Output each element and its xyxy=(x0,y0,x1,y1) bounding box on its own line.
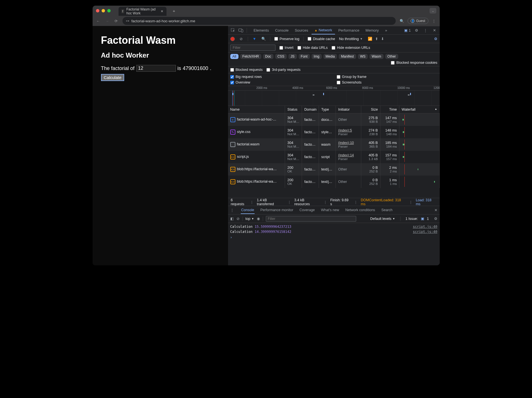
context-select[interactable]: top ▼ xyxy=(246,217,254,221)
export-har-icon[interactable]: ⬇ xyxy=(381,37,384,41)
disable-cache-checkbox[interactable]: Disable cache xyxy=(308,37,335,41)
type-pill-fetchxhr[interactable]: Fetch/XHR xyxy=(240,54,261,59)
drawer-tab-what's-new[interactable]: What's new xyxy=(320,207,340,214)
type-pill-css[interactable]: CSS xyxy=(275,54,287,59)
zoom-icon[interactable]: 🔍 xyxy=(399,18,405,24)
minimize-window-button[interactable] xyxy=(102,9,105,12)
more-tabs-icon[interactable]: » xyxy=(383,27,389,34)
drawer-tab-network-conditions[interactable]: Network conditions xyxy=(345,207,376,214)
devtools-tab-performance[interactable]: Performance xyxy=(336,26,362,34)
type-pill-other[interactable]: Other xyxy=(385,54,398,59)
blocked-requests-checkbox[interactable]: Blocked requests xyxy=(230,68,263,72)
console-filter-input[interactable] xyxy=(266,216,356,222)
import-har-icon[interactable]: ⬆ xyxy=(375,37,378,41)
factorial-input[interactable] xyxy=(136,65,176,72)
devtools-close-icon[interactable]: ✕ xyxy=(431,27,438,34)
maximize-window-button[interactable] xyxy=(107,9,111,12)
column-header-status[interactable]: Status xyxy=(285,106,302,113)
log-source-link[interactable]: script.js:40 xyxy=(413,230,437,234)
third-party-checkbox[interactable]: 3rd-party requests xyxy=(266,68,300,72)
browser-tab[interactable]: f Factorial Wasm (ad hoc Work ✕ xyxy=(119,7,167,16)
column-header-time[interactable]: Time xyxy=(380,106,399,113)
type-pill-all[interactable]: All xyxy=(230,54,238,59)
search-icon[interactable]: 🔍 xyxy=(261,37,266,41)
big-rows-checkbox[interactable]: Big request rows xyxy=(230,75,331,79)
forward-button[interactable]: → xyxy=(104,18,110,24)
invert-checkbox[interactable]: Invert xyxy=(279,46,294,50)
column-header-waterfall[interactable]: Waterfall ▲ xyxy=(399,106,439,113)
devtools-menu-icon[interactable]: ⋮ xyxy=(422,27,429,34)
devtools-tab-console[interactable]: Console xyxy=(272,26,292,34)
group-by-frame-checkbox[interactable]: Group by frame xyxy=(337,75,437,79)
record-button[interactable] xyxy=(230,37,235,41)
console-settings-icon[interactable]: ⚙ xyxy=(434,217,437,221)
devtools-tab-network[interactable]: ▲ Network xyxy=(312,26,335,34)
network-filter-input[interactable] xyxy=(230,45,275,51)
sidebar-toggle-icon[interactable]: ◧ xyxy=(230,217,234,221)
devtools-settings-icon[interactable]: ⚙ xyxy=(413,27,420,34)
type-pill-ws[interactable]: WS xyxy=(358,54,368,59)
prefix-text: The factorial of xyxy=(101,65,135,71)
issue-icon[interactable]: ▣ xyxy=(421,217,424,221)
column-header-domain[interactable]: Domain xyxy=(302,106,319,113)
network-conditions-icon[interactable]: 📶 xyxy=(368,37,372,41)
new-tab-button[interactable]: + xyxy=(170,7,178,14)
type-pill-doc[interactable]: Doc xyxy=(263,54,273,59)
network-row[interactable]: ⬚factorial.wasm304Not M…factori…wasm(ind… xyxy=(228,138,440,151)
drawer-tab-console[interactable]: Console xyxy=(241,207,255,214)
type-pill-media[interactable]: Media xyxy=(323,54,337,59)
devtools-tab-memory[interactable]: Memory xyxy=(363,26,382,34)
calculate-button[interactable]: Calculate xyxy=(101,74,124,81)
drawer-tab-coverage[interactable]: Coverage xyxy=(299,207,315,214)
reload-button[interactable]: ⟳ xyxy=(113,18,119,24)
preserve-log-checkbox[interactable]: Preserve log xyxy=(274,37,299,41)
device-toolbar-icon[interactable] xyxy=(238,27,244,34)
throttling-select[interactable]: No throttling▼ xyxy=(339,37,363,41)
profile-button[interactable]: 👤 Guest xyxy=(408,18,428,24)
type-pill-manifest[interactable]: Manifest xyxy=(339,54,356,59)
screenshots-checkbox[interactable]: Screenshots xyxy=(337,80,437,84)
network-row[interactable]: ✎style.css304Not M…factori…styles…(index… xyxy=(228,126,440,138)
type-pill-font[interactable]: Font xyxy=(299,54,310,59)
column-header-name[interactable]: Name xyxy=(228,106,285,113)
hide-ext-urls-checkbox[interactable]: Hide extension URLs xyxy=(332,46,370,50)
type-pill-img[interactable]: Img xyxy=(312,54,322,59)
column-header-initiator[interactable]: Initiator xyxy=(336,106,361,113)
close-tab-icon[interactable]: ✕ xyxy=(161,9,163,13)
clear-console-icon[interactable]: ⊘ xyxy=(237,217,240,221)
live-expression-icon[interactable]: ◉ xyxy=(257,217,260,221)
blocked-cookies-checkbox[interactable]: Blocked response cookies xyxy=(391,61,437,65)
clear-button[interactable]: ⊘ xyxy=(239,37,244,41)
filter-toggle-icon[interactable]: ▼ xyxy=(252,37,257,41)
column-header-size[interactable]: Size xyxy=(361,106,380,113)
column-header-type[interactable]: Type xyxy=(319,106,336,113)
log-source-link[interactable]: script.js:40 xyxy=(413,225,437,229)
issues-indicator[interactable]: ▣ 1 xyxy=(404,28,411,32)
url-box[interactable]: ⊶ factorial-wasm-ad-hoc-worker.glitch.me xyxy=(122,17,396,25)
network-row[interactable]: <>blob:https://factorial-wa…200OKfactori… xyxy=(228,163,440,176)
drawer-tab-performance-monitor[interactable]: Performance monitor xyxy=(260,207,294,214)
network-row[interactable]: ≡factorial-wasm-ad-hoc-…304Not M…factori… xyxy=(228,113,440,126)
overview-checkbox[interactable]: Overview xyxy=(230,80,331,84)
back-button[interactable]: ← xyxy=(95,18,101,24)
type-pill-wasm[interactable]: Wasm xyxy=(369,54,384,59)
devtools-tab-elements[interactable]: Elements xyxy=(251,26,272,34)
hide-data-urls-checkbox[interactable]: Hide data URLs xyxy=(297,46,328,50)
log-levels-select[interactable]: Default levels ▼ xyxy=(370,217,395,221)
close-window-button[interactable] xyxy=(96,9,99,12)
inspect-element-icon[interactable] xyxy=(230,27,237,34)
network-row[interactable]: <>script.js304Not M…factori…script(index… xyxy=(228,151,440,163)
network-table[interactable]: NameStatusDomainTypeInitiatorSizeTimeWat… xyxy=(228,106,440,198)
drawer-tab-search[interactable]: Search xyxy=(381,207,393,214)
type-pill-js[interactable]: JS xyxy=(288,54,297,59)
drawer-menu-icon[interactable]: ⋮ xyxy=(230,208,234,212)
window-menu-button[interactable]: ⌄ xyxy=(430,8,436,14)
overview-timeline[interactable]: 2000 ms4000 ms6000 ms8000 ms10000 ms1200… xyxy=(228,86,440,106)
site-settings-icon[interactable]: ⊶ xyxy=(126,19,129,23)
console-prompt[interactable]: › xyxy=(230,234,437,240)
network-settings-icon[interactable]: ⚙ xyxy=(434,37,437,41)
devtools-tab-sources[interactable]: Sources xyxy=(292,26,311,34)
network-row[interactable]: <>blob:https://factorial-wa…200OKfactori… xyxy=(228,176,440,188)
browser-menu-button[interactable]: ⋮ xyxy=(431,18,437,24)
close-drawer-icon[interactable]: ✕ xyxy=(434,208,437,212)
